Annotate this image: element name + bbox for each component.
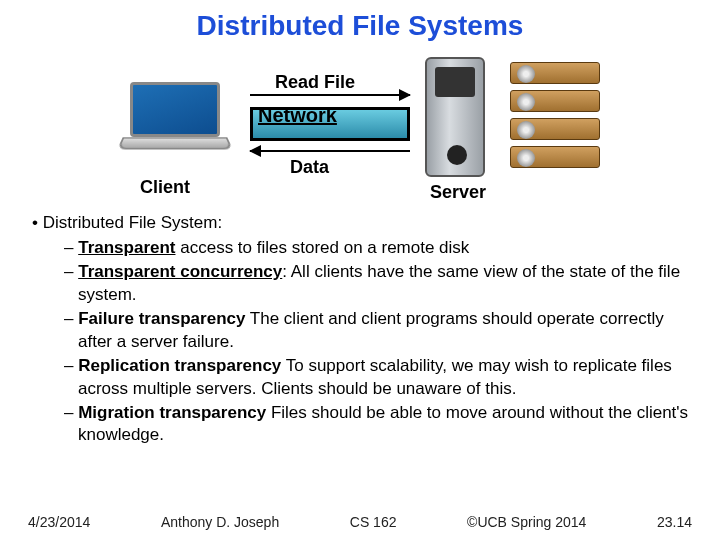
- diagram-area: Read File Network Data Client Server: [0, 42, 720, 212]
- footer-date: 4/23/2014: [28, 514, 90, 530]
- slide-title: Distributed File Systems: [0, 0, 720, 42]
- main-bullet-text: Distributed File System:: [43, 213, 223, 232]
- list-item: – Transparent access to files stored on …: [64, 237, 692, 260]
- list-item: – Transparent concurrency: All clients h…: [64, 261, 692, 307]
- arrow-left-icon: [250, 150, 410, 152]
- body-text: • Distributed File System: – Transparent…: [0, 212, 720, 447]
- footer: 4/23/2014 Anthony D. Joseph CS 162 ©UCB …: [0, 514, 720, 530]
- footer-copyright: ©UCB Spring 2014: [467, 514, 586, 530]
- sub-list: – Transparent access to files stored on …: [64, 237, 692, 447]
- client-label: Client: [140, 177, 190, 198]
- data-label: Data: [290, 157, 329, 178]
- bullet-dot: •: [32, 213, 43, 232]
- server-tower-icon: [425, 57, 485, 177]
- list-item: – Migration transparency Files should be…: [64, 402, 692, 448]
- footer-author: Anthony D. Joseph: [161, 514, 279, 530]
- list-item: – Replication transparency To support sc…: [64, 355, 692, 401]
- disk-stack-icon: [510, 62, 600, 174]
- footer-course: CS 162: [350, 514, 397, 530]
- arrow-right-icon: [250, 94, 410, 96]
- server-label: Server: [430, 182, 486, 203]
- footer-slide-number: 23.14: [657, 514, 692, 530]
- main-bullet: • Distributed File System:: [32, 212, 692, 235]
- laptop-icon: [120, 82, 240, 162]
- network-label: Network: [258, 104, 337, 127]
- list-item: – Failure transparency The client and cl…: [64, 308, 692, 354]
- read-file-label: Read File: [275, 72, 355, 93]
